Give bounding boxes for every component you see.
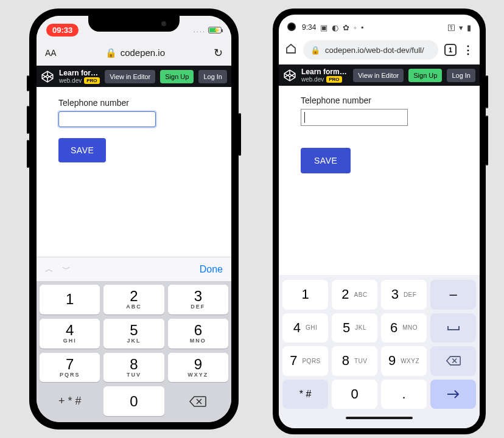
chrome-home-button[interactable] xyxy=(285,43,297,57)
ios-recording-time: 09:33 xyxy=(46,24,79,36)
key-8[interactable]: 8TUV xyxy=(332,346,377,376)
lock-icon: 🔒 xyxy=(105,47,117,58)
backspace-icon xyxy=(189,395,206,408)
pen-author: web.dev xyxy=(301,76,324,83)
telephone-input[interactable] xyxy=(301,109,408,126)
reader-aa-button[interactable]: AA xyxy=(45,48,57,58)
key-backspace[interactable] xyxy=(168,386,228,416)
pen-title: Learn forms – virt... xyxy=(301,68,348,76)
iphone-volume-down xyxy=(27,140,29,168)
key-symbols[interactable]: + * # xyxy=(40,386,100,416)
form-area: Telephone number SAVE xyxy=(279,86,480,183)
status-icon-5: • xyxy=(361,23,364,32)
key-5[interactable]: 5JKL xyxy=(103,319,164,349)
backspace-icon xyxy=(446,355,461,366)
ios-number-keyboard: 1 2ABC 3DEF 4GHI 5JKL 6MNO 7PQRS 8TUV 9W… xyxy=(37,281,231,422)
key-0[interactable]: 0 xyxy=(332,380,377,409)
space-icon xyxy=(447,324,460,332)
key-3[interactable]: 3DEF xyxy=(168,285,228,315)
iphone-frame: 09:33 .... ⚡ AA 🔒 codepen.io ↻ xyxy=(29,9,239,429)
keyboard-done-button[interactable]: Done xyxy=(200,264,223,275)
tab-count-button[interactable]: 1 xyxy=(444,44,457,56)
telephone-label: Telephone number xyxy=(301,96,458,105)
android-status-bar: 9:34 ▣ ◐ ✿ ◦ • ⚿ ▾ ▮ xyxy=(279,15,480,36)
sign-up-button[interactable]: Sign Up xyxy=(408,69,442,82)
url-text: codepen.io/web-dot-dev/full/ xyxy=(325,46,424,55)
url-display[interactable]: 🔒 codepen.io xyxy=(105,47,165,58)
key-7[interactable]: 7PQRS xyxy=(40,353,100,383)
key-2[interactable]: 2ABC xyxy=(332,280,377,310)
codepen-header: Learn forms – virt... web.dev PRO View i… xyxy=(37,66,231,87)
key-5[interactable]: 5JKL xyxy=(332,313,377,343)
codepen-header: Learn forms – virt... web.dev PRO View i… xyxy=(279,64,480,86)
key-go[interactable] xyxy=(430,380,476,409)
key-0[interactable]: 0 xyxy=(103,386,164,416)
android-time: 9:34 xyxy=(302,23,316,32)
wifi-icon: ▾ xyxy=(459,23,463,32)
view-in-editor-button[interactable]: View in Editor xyxy=(105,70,155,83)
pixel-screen: 9:34 ▣ ◐ ✿ ◦ • ⚿ ▾ ▮ 🔒 codepen.io/web-do… xyxy=(279,15,480,428)
charging-icon: ⚡ xyxy=(213,27,222,33)
next-field-button[interactable]: ﹀ xyxy=(62,264,71,275)
pro-badge: PRO xyxy=(84,77,99,84)
status-icon-2: ◐ xyxy=(332,23,338,32)
key-8[interactable]: 8TUV xyxy=(103,353,164,383)
save-button[interactable]: SAVE xyxy=(301,148,351,173)
ios-signal-dots: .... xyxy=(194,26,206,33)
status-icon-3: ✿ xyxy=(343,23,349,32)
key-9[interactable]: 9WXYZ xyxy=(381,346,427,376)
status-icon-1: ▣ xyxy=(320,23,327,32)
save-button[interactable]: SAVE xyxy=(58,138,106,162)
android-number-keyboard: 1 2ABC 3DEF – 4GHI 5JKL 6MNO 7PQRS 8TUV … xyxy=(279,275,480,428)
key-2[interactable]: 2ABC xyxy=(103,285,164,315)
telephone-input[interactable] xyxy=(58,111,156,127)
key-1[interactable]: 1 xyxy=(282,280,328,310)
key-dot[interactable]: . xyxy=(381,380,427,409)
prev-field-button[interactable]: ︿ xyxy=(45,264,54,275)
view-in-editor-button[interactable]: View in Editor xyxy=(353,69,404,82)
key-6[interactable]: 6MNO xyxy=(168,319,228,349)
url-domain: codepen.io xyxy=(121,47,165,58)
chrome-overflow-button[interactable]: ⋮ xyxy=(463,43,474,57)
codepen-logo-icon xyxy=(41,70,54,83)
chrome-url-bar[interactable]: 🔒 codepen.io/web-dot-dev/full/ xyxy=(303,40,438,60)
iphone-screen: 09:33 .... ⚡ AA 🔒 codepen.io ↻ xyxy=(37,16,231,422)
key-space[interactable] xyxy=(430,313,476,343)
key-backspace[interactable] xyxy=(430,346,476,376)
pen-author: web.dev xyxy=(59,77,82,84)
key-3[interactable]: 3DEF xyxy=(381,280,427,310)
key-9[interactable]: 9WXYZ xyxy=(168,353,228,383)
ios-status-right: .... ⚡ xyxy=(194,26,222,33)
chrome-toolbar: 🔒 codepen.io/web-dot-dev/full/ 1 ⋮ xyxy=(279,36,480,64)
key-4[interactable]: 4GHI xyxy=(282,313,328,343)
sign-up-button[interactable]: Sign Up xyxy=(160,70,194,83)
safari-url-bar[interactable]: AA 🔒 codepen.io ↻ xyxy=(37,40,231,66)
iphone-notch xyxy=(88,16,180,32)
lock-icon: 🔒 xyxy=(310,46,320,55)
key-6[interactable]: 6MNO xyxy=(381,313,427,343)
pro-badge: PRO xyxy=(326,76,341,83)
pixel-volume-rocker xyxy=(486,116,488,165)
ios-keyboard-accessory: ︿ ﹀ Done xyxy=(37,257,231,281)
key-4[interactable]: 4GHI xyxy=(40,319,100,349)
gesture-pill xyxy=(346,417,413,419)
log-in-button[interactable]: Log In xyxy=(447,69,475,82)
pixel-power-button xyxy=(486,75,488,108)
battery-icon: ⚡ xyxy=(208,27,222,33)
status-icon-4: ◦ xyxy=(354,23,357,32)
codepen-title-block: Learn forms – virt... web.dev PRO xyxy=(59,69,100,84)
iphone-mute-switch xyxy=(27,75,29,91)
key-star-hash[interactable]: * # xyxy=(282,380,328,409)
iphone-volume-up xyxy=(27,106,29,134)
pixel-frame: 9:34 ▣ ◐ ✿ ◦ • ⚿ ▾ ▮ 🔒 codepen.io/web-do… xyxy=(273,9,486,434)
text-cursor xyxy=(304,112,305,123)
form-area: Telephone number SAVE xyxy=(37,87,231,173)
codepen-logo-icon xyxy=(283,69,296,82)
pixel-front-camera xyxy=(287,23,296,31)
key-dash[interactable]: – xyxy=(430,280,476,310)
key-7[interactable]: 7PQRS xyxy=(282,346,328,376)
android-nav-bar[interactable] xyxy=(282,412,476,423)
log-in-button[interactable]: Log In xyxy=(198,70,227,83)
reload-icon[interactable]: ↻ xyxy=(214,46,223,60)
key-1[interactable]: 1 xyxy=(40,285,100,315)
